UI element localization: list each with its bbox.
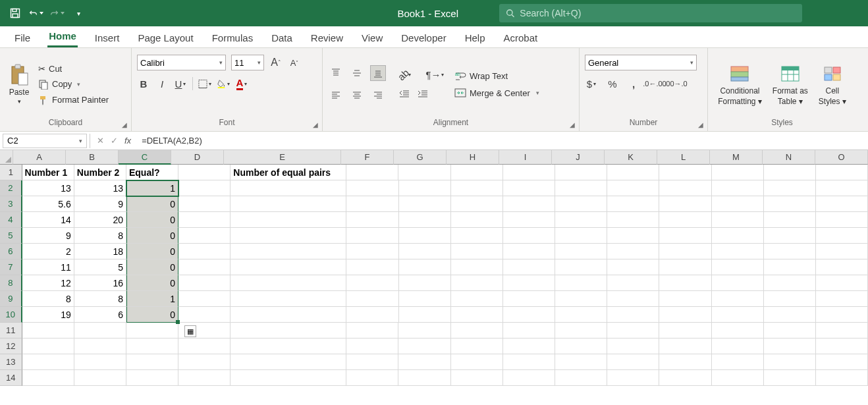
- tab-formulas[interactable]: Formulas: [211, 30, 255, 47]
- select-all-corner[interactable]: [0, 150, 13, 165]
- column-header[interactable]: K: [605, 150, 657, 165]
- cell[interactable]: [398, 370, 450, 386]
- undo-button[interactable]: [29, 6, 43, 20]
- decrease-decimal-icon[interactable]: .00→.0: [669, 77, 682, 90]
- formula-input[interactable]: =DELTA(A2,B2): [138, 136, 868, 146]
- tab-data[interactable]: Data: [270, 30, 294, 47]
- cell[interactable]: [503, 291, 555, 307]
- cell[interactable]: [816, 354, 868, 370]
- cell[interactable]: [555, 228, 607, 244]
- cell[interactable]: [178, 338, 231, 354]
- cell[interactable]: 8: [74, 228, 126, 244]
- cell[interactable]: [126, 354, 178, 370]
- cell[interactable]: [178, 307, 231, 323]
- row-header[interactable]: 13: [0, 354, 22, 370]
- column-header[interactable]: L: [657, 150, 710, 165]
- cell[interactable]: 1: [126, 180, 178, 196]
- cell[interactable]: [178, 354, 231, 370]
- cell[interactable]: [398, 338, 450, 354]
- column-header[interactable]: N: [763, 150, 815, 165]
- cell[interactable]: [451, 196, 503, 212]
- cell[interactable]: [451, 291, 503, 307]
- cell[interactable]: [555, 180, 607, 196]
- cell[interactable]: 9: [74, 196, 126, 212]
- cell[interactable]: 0: [126, 196, 178, 212]
- cell[interactable]: [22, 354, 74, 370]
- cell[interactable]: [607, 228, 659, 244]
- row-header[interactable]: 8: [0, 275, 22, 291]
- column-header[interactable]: D: [171, 150, 224, 165]
- format-painter-button[interactable]: Format Painter: [37, 94, 110, 106]
- dialog-launcher-icon[interactable]: ◢: [121, 121, 128, 128]
- cell[interactable]: [712, 228, 764, 244]
- column-header[interactable]: M: [710, 150, 763, 165]
- cell[interactable]: [659, 370, 711, 386]
- cell[interactable]: [607, 259, 659, 275]
- cell[interactable]: [451, 354, 503, 370]
- cell[interactable]: [399, 196, 451, 212]
- cell[interactable]: Equal?: [126, 165, 178, 180]
- save-icon[interactable]: [8, 6, 22, 20]
- row-header[interactable]: 6: [0, 244, 22, 259]
- cell[interactable]: [764, 291, 816, 307]
- cell[interactable]: [712, 307, 764, 323]
- cell[interactable]: [764, 370, 816, 386]
- cell[interactable]: [764, 180, 816, 196]
- cell[interactable]: [712, 165, 764, 180]
- cell[interactable]: [126, 338, 178, 354]
- fill-color-button[interactable]: ▾: [217, 77, 230, 90]
- cell[interactable]: [178, 291, 231, 307]
- cell[interactable]: [555, 259, 607, 275]
- wrap-text-button[interactable]: abWrap Text: [453, 70, 541, 82]
- column-header[interactable]: J: [552, 150, 605, 165]
- cell[interactable]: 0: [126, 307, 178, 323]
- cell[interactable]: [764, 196, 816, 212]
- cell[interactable]: [451, 180, 503, 196]
- ltr-button[interactable]: ¶→▾: [428, 68, 441, 81]
- align-top-icon[interactable]: [328, 65, 344, 81]
- cell[interactable]: [764, 354, 816, 370]
- cell[interactable]: [764, 228, 816, 244]
- cell[interactable]: [712, 354, 764, 370]
- column-header[interactable]: C: [119, 150, 171, 165]
- row-header[interactable]: 5: [0, 228, 22, 244]
- align-center-icon[interactable]: [349, 88, 365, 103]
- cell[interactable]: [712, 244, 764, 259]
- cell[interactable]: [503, 180, 555, 196]
- cell[interactable]: [712, 338, 764, 354]
- column-header[interactable]: A: [13, 150, 66, 165]
- cell[interactable]: [451, 370, 503, 386]
- cell[interactable]: Number of equal pairs: [231, 165, 346, 180]
- cell[interactable]: [74, 323, 126, 338]
- cell[interactable]: [607, 291, 659, 307]
- column-header[interactable]: B: [66, 150, 119, 165]
- cell[interactable]: [659, 165, 711, 180]
- row-header[interactable]: 4: [0, 212, 22, 228]
- cell[interactable]: [451, 323, 503, 338]
- spreadsheet-grid[interactable]: ABCDEFGHIJKLMNO 1Number 1Number 2Equal?N…: [0, 150, 868, 386]
- cell[interactable]: [503, 338, 555, 354]
- tab-developer[interactable]: Developer: [400, 30, 447, 47]
- row-header[interactable]: 1: [0, 165, 22, 180]
- cell[interactable]: 5: [74, 259, 126, 275]
- cell[interactable]: [659, 275, 711, 291]
- cell[interactable]: [555, 370, 607, 386]
- font-name-combo[interactable]: Calibri▾: [137, 55, 226, 70]
- cell[interactable]: 9: [22, 228, 74, 244]
- cell[interactable]: [712, 323, 764, 338]
- cell[interactable]: [346, 291, 398, 307]
- cell[interactable]: [346, 354, 398, 370]
- cell[interactable]: 11: [22, 259, 74, 275]
- cell[interactable]: [607, 307, 659, 323]
- cell[interactable]: [231, 354, 346, 370]
- cell[interactable]: [503, 196, 555, 212]
- cell[interactable]: [346, 370, 398, 386]
- cell[interactable]: [816, 275, 868, 291]
- cell[interactable]: 5.6: [22, 196, 74, 212]
- cell[interactable]: [712, 370, 764, 386]
- orientation-button[interactable]: ab▾: [398, 68, 411, 81]
- cell[interactable]: [346, 196, 398, 212]
- name-box[interactable]: C2▾: [3, 134, 87, 148]
- format-as-table-button[interactable]: Format asTable ▾: [770, 63, 811, 106]
- cell[interactable]: [126, 323, 178, 338]
